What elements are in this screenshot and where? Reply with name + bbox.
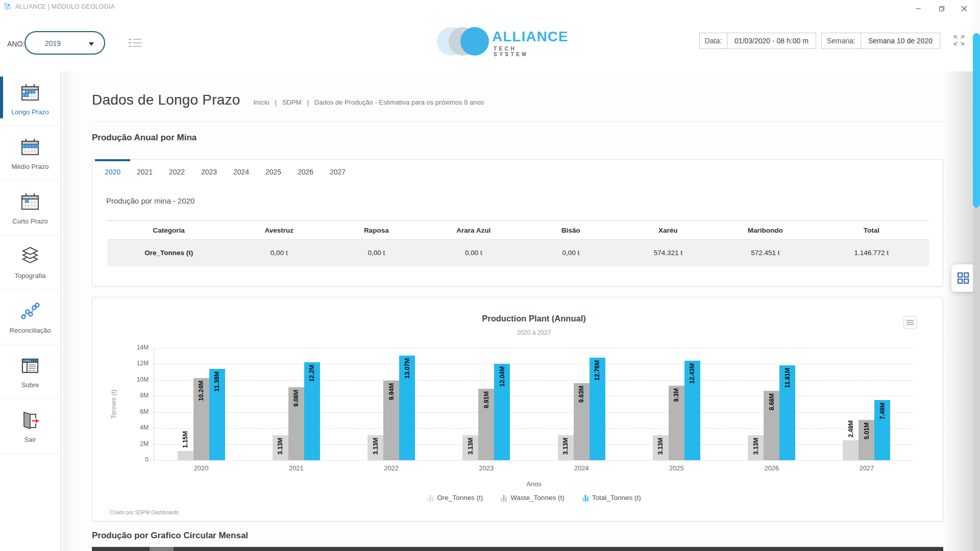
fullscreen-button[interactable] bbox=[952, 34, 966, 48]
breadcrumb-separator: | bbox=[307, 98, 308, 106]
expand-icon bbox=[952, 34, 966, 47]
tab-2027[interactable]: 2027 bbox=[322, 160, 354, 184]
sidebar: Longo Prazo Médio Prazo bbox=[0, 71, 62, 551]
tab-2020[interactable]: 2020 bbox=[96, 160, 129, 184]
y-tick-label: 6M bbox=[124, 408, 149, 415]
alliance-logo: ALLIANCE TECH SYSTEM bbox=[435, 23, 545, 59]
column-header: Arara Azul bbox=[425, 221, 523, 240]
chart-subtitle: 2020 à 2027 bbox=[154, 329, 914, 336]
sidebar-item-label: Longo Prazo bbox=[11, 108, 49, 116]
chevron-down-icon bbox=[89, 42, 94, 46]
scrollbar-thumb[interactable] bbox=[973, 33, 980, 208]
sidebar-item-label: Curto Prazo bbox=[12, 217, 47, 225]
bar-2027-Ore_Tonnes (t)[interactable]: 2.49M bbox=[843, 440, 859, 460]
bar-2020-Ore_Tonnes (t)[interactable]: 1.15M bbox=[178, 451, 193, 460]
bar-2027-Total_Tonnes (t)[interactable]: 7.49M bbox=[874, 400, 890, 460]
bar-2025-Waste_Tonnes (t)[interactable]: 9.3M bbox=[669, 386, 684, 460]
bar-2020-Total_Tonnes (t)[interactable]: 11.39M bbox=[209, 369, 225, 460]
sidebar-item-longo-prazo[interactable]: Longo Prazo bbox=[0, 71, 60, 126]
restore-button[interactable] bbox=[933, 0, 950, 13]
sidebar-item-reconciliacao[interactable]: Reconciliação bbox=[0, 290, 60, 344]
close-button[interactable] bbox=[955, 0, 973, 13]
calendar-long-range-icon bbox=[19, 82, 41, 106]
table-title: Produção por mina - 2020 bbox=[106, 196, 194, 205]
bar-group-2027: 2.49M5.01M7.49M bbox=[819, 348, 914, 460]
vertical-scrollbar[interactable] bbox=[973, 0, 980, 551]
calendar-row-icon bbox=[19, 136, 41, 161]
bar-2025-Total_Tonnes (t)[interactable]: 12.43M bbox=[684, 361, 700, 460]
week-label: Semana: bbox=[821, 33, 861, 49]
table-cell: Ore_Tonnes (t) bbox=[107, 240, 231, 266]
bar-2026-Waste_Tonnes (t)[interactable]: 8.68M bbox=[764, 391, 779, 460]
sidebar-item-sobre[interactable]: Sobre bbox=[0, 344, 60, 399]
sidebar-item-sair[interactable]: Sair bbox=[0, 399, 60, 454]
bar-2024-Waste_Tonnes (t)[interactable]: 9.63M bbox=[574, 383, 590, 460]
minimize-button[interactable] bbox=[910, 0, 927, 13]
app-header: ANO: 2019 ALLIANCE TECH SYSTEM Data: 01/… bbox=[0, 13, 980, 71]
y-tick-label: 8M bbox=[124, 392, 149, 399]
chart-title: Production Plant (Annual) bbox=[154, 314, 914, 323]
bar-2023-Ore_Tonnes (t)[interactable]: 3.13M bbox=[462, 435, 478, 460]
column-header: Raposa bbox=[328, 221, 425, 240]
production-by-mine-card: 2020 2021 2022 2023 2024 2025 2026 2027 … bbox=[92, 159, 943, 287]
mini-bars-icon bbox=[427, 494, 434, 502]
mini-bars-icon bbox=[500, 494, 507, 502]
sidebar-item-medio-prazo[interactable]: Médio Prazo bbox=[0, 126, 60, 181]
bar-2026-Total_Tonnes (t)[interactable]: 11.81M bbox=[779, 365, 795, 460]
logo-subtitle: TECH SYSTEM bbox=[494, 46, 545, 57]
table-cell: 0,00 t bbox=[522, 240, 620, 266]
tab-2022[interactable]: 2022 bbox=[161, 160, 193, 184]
sidebar-item-topografia[interactable]: Topografia bbox=[0, 235, 60, 290]
year-select[interactable]: 2019 bbox=[24, 31, 105, 55]
bar-group-2021: 3.13M9.08M12.2M bbox=[249, 348, 344, 460]
sidebar-item-label: Médio Prazo bbox=[12, 163, 49, 170]
table-row: Ore_Tonnes (t)0,00 t0,00 t0,00 t0,00 t57… bbox=[107, 240, 929, 266]
tab-2021[interactable]: 2021 bbox=[129, 160, 161, 184]
tab-2023[interactable]: 2023 bbox=[193, 160, 225, 184]
date-field[interactable]: 01/03/2020 - 08 h:00 m bbox=[727, 33, 816, 49]
date-field-group: Data: 01/03/2020 - 08 h:00 m bbox=[699, 33, 816, 49]
list-view-icon bbox=[129, 38, 142, 48]
bar-2025-Ore_Tonnes (t)[interactable]: 3.13M bbox=[653, 435, 669, 460]
breadcrumb-home[interactable]: Início bbox=[253, 98, 269, 106]
bar-2023-Waste_Tonnes (t)[interactable]: 8.91M bbox=[478, 389, 494, 460]
bar-2027-Waste_Tonnes (t)[interactable]: 5.01M bbox=[859, 420, 874, 460]
widgets-button[interactable] bbox=[951, 264, 975, 292]
bar-groups: 1.15M10.24M11.39M3.13M9.08M12.2M3.13M9.9… bbox=[154, 348, 914, 460]
bar-2022-Ore_Tonnes (t)[interactable]: 3.13M bbox=[368, 435, 383, 460]
list-view-button[interactable] bbox=[129, 38, 142, 49]
breadcrumb-sdpm[interactable]: SDPM bbox=[282, 98, 302, 106]
bar-value-label: 9.08M bbox=[292, 390, 300, 407]
bar-2026-Ore_Tonnes (t)[interactable]: 3.13M bbox=[748, 435, 764, 460]
week-field[interactable]: Semana 10 de 2020 bbox=[861, 33, 940, 49]
window-title: ALLIANCE | MÓDULO GEOLOGIA bbox=[15, 3, 115, 10]
tab-2025[interactable]: 2025 bbox=[257, 160, 289, 184]
year-tabs: 2020 2021 2022 2023 2024 2025 2026 2027 bbox=[92, 160, 943, 184]
tab-2026[interactable]: 2026 bbox=[289, 160, 322, 184]
legend-item-ore[interactable]: Ore_Tonnes (t) bbox=[427, 494, 483, 502]
bar-2022-Total_Tonnes (t)[interactable]: 13.07M bbox=[399, 356, 415, 460]
legend-item-total[interactable]: Total_Tonnes (t) bbox=[582, 494, 641, 502]
bar-group-2024: 3.13M9.63M12.76M bbox=[534, 348, 629, 460]
bar-2021-Total_Tonnes (t)[interactable]: 12.2M bbox=[304, 362, 320, 460]
bar-2024-Ore_Tonnes (t)[interactable]: 3.13M bbox=[558, 435, 574, 460]
x-tick-label: 2027 bbox=[819, 464, 914, 472]
x-axis-ticks: 20202021202220232024202520262027 bbox=[154, 464, 914, 472]
bar-2024-Total_Tonnes (t)[interactable]: 12.76M bbox=[590, 358, 605, 460]
bar-2021-Ore_Tonnes (t)[interactable]: 3.13M bbox=[273, 435, 288, 460]
scrollbar-track[interactable] bbox=[973, 207, 980, 551]
bar-value-label: 11.39M bbox=[213, 371, 220, 391]
breadcrumb-current: Dados de Produção - Estimativa para os p… bbox=[314, 98, 484, 106]
sidebar-item-curto-prazo[interactable]: Curto Prazo bbox=[0, 181, 60, 235]
bar-2021-Waste_Tonnes (t)[interactable]: 9.08M bbox=[288, 387, 304, 460]
bar-value-label: 3.13M bbox=[372, 438, 379, 455]
bar-2020-Waste_Tonnes (t)[interactable]: 10.24M bbox=[193, 378, 209, 460]
legend-item-waste[interactable]: Waste_Tonnes (t) bbox=[500, 494, 564, 502]
column-header: Bisão bbox=[522, 221, 620, 240]
bar-2022-Waste_Tonnes (t)[interactable]: 9.94M bbox=[383, 381, 399, 460]
tab-2024[interactable]: 2024 bbox=[225, 160, 257, 184]
y-axis-title: Tonnes (t) bbox=[110, 389, 117, 419]
week-field-group: Semana: Semana 10 de 2020 bbox=[821, 33, 940, 49]
sidebar-item-label: Sair bbox=[24, 436, 36, 443]
bar-2023-Total_Tonnes (t)[interactable]: 12.04M bbox=[494, 364, 510, 460]
